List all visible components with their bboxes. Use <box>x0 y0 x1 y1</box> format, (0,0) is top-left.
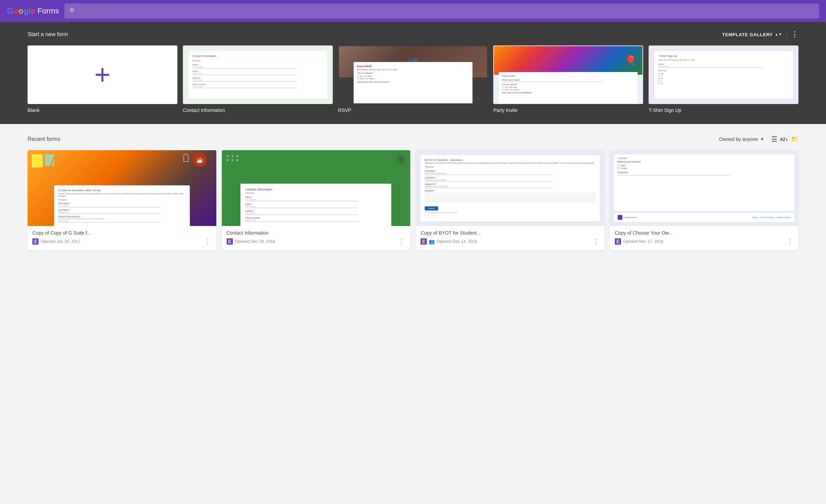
form-icon-4 <box>615 238 621 245</box>
recent-cards-grid: ☕ G Suite for Education Skills Survey In… <box>28 150 798 250</box>
template-card-party[interactable]: 🎈 Party Invite What is your name? Can yo… <box>493 45 643 113</box>
search-bar: 🔍 <box>64 3 819 19</box>
recent-card-gsuite[interactable]: ☕ G Suite for Education Skills Survey In… <box>28 150 216 250</box>
plus-icon: + <box>94 61 111 89</box>
recent-controls: Owned by anyone ▼ ☰ AZ↓ 📁 <box>719 135 798 143</box>
owned-by-label: Owned by anyone <box>719 136 758 142</box>
template-cards-container: + Blank Contact information Required Nam… <box>28 45 798 113</box>
app-name-label: Forms <box>38 7 59 16</box>
template-section-header: Start a new form TEMPLATE GALLERY ▲▼ ⋮ <box>28 30 798 39</box>
google-logo-text: Google <box>7 6 35 16</box>
owned-by-dropdown[interactable]: Owned by anyone ▼ <box>719 136 764 142</box>
byot-more-button[interactable]: ⋮ <box>592 237 600 246</box>
tshirt-card-label: T-Shirt Sign Up <box>649 107 798 113</box>
tshirt-thumbnail: T-Shirt Sign Up Enter your info below to… <box>649 45 798 104</box>
gsuite-card-footer: Copy of Copy of G Suite f... Opened Jan … <box>28 226 216 250</box>
app-header: Google Forms 🔍 <box>0 0 826 22</box>
choose-thumbnail: *Required What is your favorite? Apple G… <box>610 150 799 226</box>
byot-title: Copy of BYOT for Student... <box>421 230 600 236</box>
search-icon: 🔍 <box>69 7 77 15</box>
recent-card-choose[interactable]: *Required What is your favorite? Apple G… <box>610 150 799 250</box>
list-view-button[interactable]: ☰ <box>771 135 777 143</box>
byot-date: Opened Dec 14, 2016 <box>437 239 477 244</box>
gallery-label: TEMPLATE GALLERY <box>722 32 773 37</box>
recent-header: Recent forms Owned by anyone ▼ ☰ AZ↓ 📁 <box>28 135 798 143</box>
blank-card-label: Blank <box>28 107 177 113</box>
form-icon-3 <box>421 238 427 245</box>
choose-card-footer: Copy of Choose Your Ow... Opened Nov 17,… <box>610 226 799 250</box>
template-section-title: Start a new form <box>28 31 68 38</box>
recent-section: Recent forms Owned by anyone ▼ ☰ AZ↓ 📁 <box>0 124 826 261</box>
template-section: Start a new form TEMPLATE GALLERY ▲▼ ⋮ +… <box>0 22 826 124</box>
template-controls: TEMPLATE GALLERY ▲▼ ⋮ <box>722 30 798 39</box>
contact-thumbnail: Contact information Required Name * Your… <box>183 45 333 104</box>
party-card-label: Party Invite <box>493 107 643 113</box>
form-icon <box>32 238 39 245</box>
party-thumbnail: 🎈 Party Invite What is your name? Can yo… <box>493 45 643 104</box>
choose-date: Opened Nov 17, 2016 <box>623 239 663 244</box>
search-input[interactable] <box>81 8 814 14</box>
folder-view-button[interactable]: 📁 <box>791 135 798 143</box>
template-card-tshirt[interactable]: T-Shirt Sign Up Enter your info below to… <box>649 45 798 113</box>
recent-section-title: Recent forms <box>28 136 60 142</box>
app-logo: Google Forms <box>7 6 59 16</box>
chevron-updown-icon: ▲▼ <box>775 33 782 36</box>
template-card-blank[interactable]: + Blank <box>28 45 177 113</box>
choose-more-button[interactable]: ⋮ <box>786 237 794 246</box>
gsuite-more-button[interactable]: ⋮ <box>204 237 211 246</box>
form-icon-2 <box>227 238 233 245</box>
contact-recent-thumbnail: 🎥 Contact information *Required Name * Y… <box>222 150 411 226</box>
recent-card-contact[interactable]: 🎥 Contact information *Required Name * Y… <box>222 150 411 250</box>
template-card-contact[interactable]: Contact information Required Name * Your… <box>183 45 333 113</box>
contact-recent-title: Contact Information <box>227 230 406 236</box>
dropdown-arrow-icon: ▼ <box>760 137 764 142</box>
gsuite-opened-date: Opened Jan 16, 2017 <box>41 239 80 244</box>
shared-icon: 👥 <box>429 239 435 244</box>
template-gallery-button[interactable]: TEMPLATE GALLERY ▲▼ <box>722 32 782 37</box>
contact-card-label: Contact Information <box>183 107 333 113</box>
byot-thumbnail: BYOT for Students - Questions Thank you … <box>416 150 605 226</box>
choose-title: Copy of Choose Your Ow... <box>615 230 794 236</box>
gsuite-thumbnail: ☕ G Suite for Education Skills Survey In… <box>28 150 216 226</box>
rsvp-card-label: RSVP <box>338 107 488 113</box>
contact-recent-more-button[interactable]: ⋮ <box>398 237 405 246</box>
gsuite-card-title: Copy of Copy of G Suite f... <box>32 230 211 236</box>
contact-recent-card-footer: Contact Information Opened Dec 28, 2016 <box>222 226 411 250</box>
view-controls: ☰ AZ↓ 📁 <box>771 135 798 143</box>
rsvp-thumbnail: 👥 Event RSVP Event address: 123 Your Str… <box>338 45 488 104</box>
sort-az-button[interactable]: AZ↓ <box>780 137 788 142</box>
vertical-divider <box>786 30 787 39</box>
template-card-rsvp[interactable]: 👥 Event RSVP Event address: 123 Your Str… <box>338 45 488 113</box>
byot-card-footer: Copy of BYOT for Student... 👥 Opened Dec… <box>416 226 605 250</box>
blank-thumbnail: + <box>28 45 177 104</box>
recent-card-byot[interactable]: BYOT for Students - Questions Thank you … <box>416 150 605 250</box>
contact-recent-date: Opened Dec 28, 2016 <box>235 239 275 244</box>
more-options-button[interactable]: ⋮ <box>791 31 798 38</box>
